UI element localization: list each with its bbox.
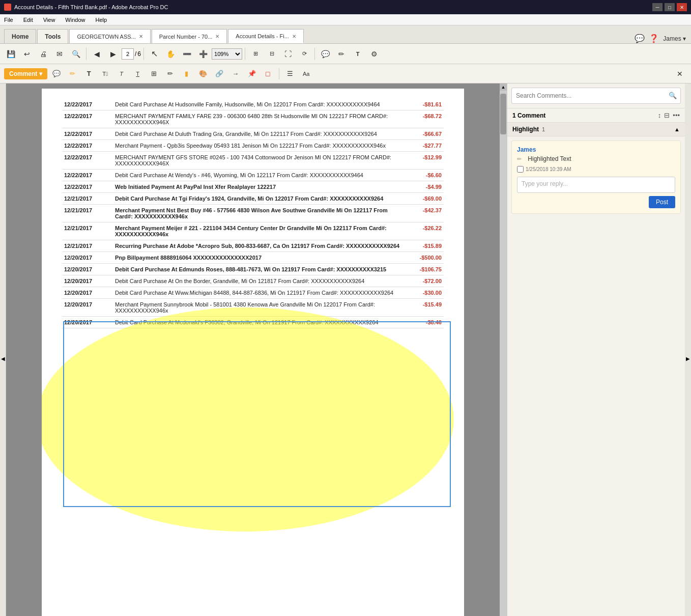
tx-desc: Merchant Payment Nst Best Buy #46 - 5775… xyxy=(113,205,403,222)
menu-window[interactable]: Window xyxy=(63,16,87,24)
comment-count-label: 1 Comment xyxy=(512,112,658,119)
full-screen-btn[interactable]: ⛶ xyxy=(280,46,296,62)
tab-close-georgetown[interactable]: ✕ xyxy=(139,34,143,39)
maximize-btn[interactable]: □ xyxy=(665,3,675,11)
email-btn[interactable]: ✉ xyxy=(52,46,67,62)
menu-file[interactable]: File xyxy=(2,16,15,24)
table-row: 12/22/2017 Web Initiated Payment At PayP… xyxy=(62,181,444,193)
right-panel-toggle[interactable]: ▶ xyxy=(685,83,691,616)
tx-date: 12/22/2017 xyxy=(62,99,113,110)
tx-date: 12/20/2017 xyxy=(62,275,113,287)
tx-date: 12/22/2017 xyxy=(62,128,113,140)
fit-width-btn[interactable]: ⊟ xyxy=(264,46,279,62)
menu-edit[interactable]: Edit xyxy=(21,16,35,24)
list-btn[interactable]: ☰ xyxy=(283,67,297,81)
main-toolbar: 💾 ↩ 🖨 ✉ 🔍 ◀ ▶ / 6 ↖ ✋ ➖ ➕ 109% 100% 75% … xyxy=(0,44,691,64)
tx-amount: -$500.00 xyxy=(403,252,444,264)
save-btn[interactable]: 💾 xyxy=(3,46,18,62)
comment-panel: 🔍 1 Comment ↕ ⊟ ••• Highlight 1 ▲ Ja xyxy=(507,83,685,616)
tab-georgetown[interactable]: GEORGETOWN ASS... ✕ xyxy=(69,29,150,43)
tab-tools[interactable]: Tools xyxy=(37,29,68,43)
typewriter-btn[interactable]: T xyxy=(114,67,129,81)
pen-btn[interactable]: ✏ xyxy=(334,46,349,62)
select-tool-btn[interactable]: ↖ xyxy=(147,46,162,62)
help-icon[interactable]: ❓ xyxy=(649,34,659,43)
erase-btn[interactable]: ◻ xyxy=(261,67,275,81)
fit-page-btn[interactable]: ⊞ xyxy=(248,46,263,62)
right-panel: 🔍 1 Comment ↕ ⊟ ••• Highlight 1 ▲ Ja xyxy=(507,83,685,616)
filter-btn[interactable]: ⊟ xyxy=(664,111,670,119)
pin-btn[interactable]: 📌 xyxy=(245,67,259,81)
minimize-btn[interactable]: ─ xyxy=(652,3,663,11)
scroll-thumb[interactable] xyxy=(500,94,506,134)
print-btn[interactable]: 🖨 xyxy=(36,46,51,62)
tx-date: 12/20/2017 xyxy=(62,252,113,264)
find-btn[interactable]: 🔍 xyxy=(68,46,83,62)
more-tools-btn[interactable]: ⚙ xyxy=(366,46,382,62)
comment-checkbox[interactable] xyxy=(517,166,524,173)
table-row: 12/20/2017 Debit Card Purchase At Www.Mi… xyxy=(62,287,444,299)
comment-timestamp: 1/25/2018 10:39 AM xyxy=(526,166,571,172)
arrow-tool-btn[interactable]: → xyxy=(228,67,243,81)
post-reply-btn[interactable]: Post xyxy=(649,196,675,208)
tx-date: 12/22/2017 xyxy=(62,170,113,181)
highlight-group-toggle[interactable]: ▲ xyxy=(674,126,680,132)
tx-desc: Merchant Payment - Qpb3is Speedway 05493… xyxy=(113,140,403,152)
menu-bar: File Edit View Window Help xyxy=(0,14,691,25)
window-controls[interactable]: ─ □ ✕ xyxy=(652,3,687,11)
close-btn[interactable]: ✕ xyxy=(677,3,687,11)
sort-btn[interactable]: ↕ xyxy=(658,111,661,119)
page-input[interactable] xyxy=(122,48,134,60)
insert-text-btn[interactable]: ⊞ xyxy=(147,67,161,81)
table-row: 12/20/2017 Pnp Billpayment 8888916064 XX… xyxy=(62,252,444,264)
chat-icon[interactable]: 💬 xyxy=(635,34,645,43)
reply-placeholder: Type your reply... xyxy=(522,180,568,187)
tab-parcel[interactable]: Parcel Number - 70... ✕ xyxy=(152,29,227,43)
page-nav: / 6 xyxy=(122,48,141,60)
text-tool-btn[interactable]: T xyxy=(82,67,96,81)
tab-close-account[interactable]: ✕ xyxy=(292,34,296,39)
table-row: 12/22/2017 Debit Card Purchase At Duluth… xyxy=(62,128,444,140)
tx-desc: Debit Card Purchase At Mcdonald's F36302… xyxy=(113,317,403,328)
menu-help[interactable]: Help xyxy=(93,16,109,24)
more-options-btn[interactable]: ••• xyxy=(673,111,680,119)
comment-menu-btn[interactable]: Comment ▾ xyxy=(4,68,47,79)
highlight-btn[interactable]: ▮ xyxy=(180,67,194,81)
text-size-btn[interactable]: Aa xyxy=(299,67,313,81)
zoom-select[interactable]: 109% 100% 75% 125% 150% xyxy=(212,48,242,60)
link-btn[interactable]: 🔗 xyxy=(212,67,226,81)
user-menu[interactable]: James ▾ xyxy=(663,35,686,42)
tab-account-details[interactable]: Account Details - Fi... ✕ xyxy=(228,29,304,43)
reply-input[interactable]: Type your reply... xyxy=(517,177,675,193)
prev-page-btn[interactable]: ◀ xyxy=(89,46,104,62)
search-comments-input[interactable] xyxy=(511,88,681,104)
scroll-up-arrow[interactable]: ▲ xyxy=(500,83,507,91)
table-row: 12/21/2017 Debit Card Purchase At Tgi Fr… xyxy=(62,193,444,205)
text-box-btn[interactable]: T xyxy=(131,67,145,81)
highlight-text-btn[interactable]: ✏ xyxy=(66,67,80,81)
comment-icon-btn[interactable]: 💬 xyxy=(318,46,333,62)
highlight-group-count: 1 xyxy=(542,126,545,132)
hand-tool-btn[interactable]: ✋ xyxy=(163,46,178,62)
table-row: 12/22/2017 Merchant Payment - Qpb3is Spe… xyxy=(62,140,444,152)
sticky-note-btn[interactable]: 💬 xyxy=(49,67,64,81)
table-row: 12/21/2017 Merchant Payment Meijer # 221… xyxy=(62,222,444,240)
close-comment-toolbar-btn[interactable]: ✕ xyxy=(673,67,687,81)
next-page-btn[interactable]: ▶ xyxy=(105,46,121,62)
back-btn[interactable]: ↩ xyxy=(19,46,35,62)
tab-home[interactable]: Home xyxy=(4,29,36,43)
left-panel-toggle[interactable]: ◀ xyxy=(0,83,6,616)
color-fill-btn[interactable]: 🎨 xyxy=(196,67,210,81)
text-callout-btn[interactable]: T⃝ xyxy=(98,67,112,81)
zoom-out-btn[interactable]: ➖ xyxy=(179,46,194,62)
pencil-btn[interactable]: ✏ xyxy=(163,67,178,81)
highlight-group-label: Highlight xyxy=(512,126,539,133)
text-select-btn[interactable]: T xyxy=(350,46,365,62)
rotate-btn[interactable]: ⟳ xyxy=(297,46,312,62)
table-row: 12/22/2017 Debit Card Purchase At Hudson… xyxy=(62,99,444,110)
menu-view[interactable]: View xyxy=(41,16,57,24)
tab-close-parcel[interactable]: ✕ xyxy=(215,34,219,39)
table-row: 12/20/2017 Debit Card Purchase At Edmund… xyxy=(62,264,444,275)
pdf-scrollbar[interactable]: ▲ ▼ xyxy=(500,83,507,616)
zoom-in-btn[interactable]: ➕ xyxy=(195,46,211,62)
